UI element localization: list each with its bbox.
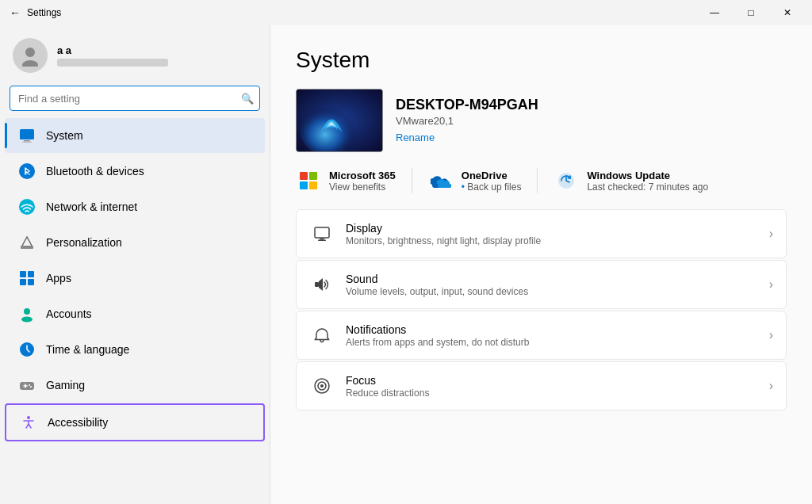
display-text: DisplayMonitors, brightness, night light… (346, 222, 769, 246)
svg-point-17 (30, 386, 32, 388)
quick-link-microsoft365[interactable]: Microsoft 365View benefits (296, 168, 396, 193)
settings-item-focus[interactable]: FocusReduce distractions› (296, 361, 787, 410)
page-title: System (296, 48, 787, 73)
sidebar-item-network[interactable]: Network & internet (5, 189, 265, 224)
svg-rect-10 (20, 279, 26, 285)
avatar (13, 38, 48, 73)
sidebar-item-system[interactable]: System (5, 118, 265, 153)
user-name: a a (57, 44, 168, 56)
settings-list: DisplayMonitors, brightness, night light… (296, 209, 787, 410)
svg-rect-7 (21, 246, 33, 249)
apps-icon (17, 269, 36, 288)
app-body: a a 🔍 SystemBluetooth & devicesNetwork &… (0, 25, 812, 504)
minimize-button[interactable]: — (696, 0, 733, 25)
search-icon: 🔍 (241, 93, 254, 105)
onedrive-subtitle: Back up files (462, 181, 522, 193)
sidebar-label-apps: Apps (46, 272, 71, 284)
sound-icon (309, 272, 335, 297)
svg-rect-24 (318, 240, 326, 242)
notifications-description: Alerts from apps and system, do not dist… (346, 337, 769, 348)
quick-link-separator (537, 168, 538, 193)
system-icon (17, 126, 36, 145)
svg-rect-4 (22, 142, 32, 143)
sidebar-nav: SystemBluetooth & devicesNetwork & inter… (0, 117, 270, 442)
system-info-card: DESKTOP-M94PGAH VMware20,1 Rename (296, 89, 787, 152)
sound-title: Sound (346, 273, 769, 285)
sidebar-label-accessibility: Accessibility (48, 416, 108, 429)
sidebar-item-apps[interactable]: Apps (5, 261, 265, 296)
svg-rect-11 (28, 279, 34, 285)
sidebar-item-personalization[interactable]: Personalization (5, 225, 265, 260)
main-content: System (270, 25, 812, 504)
windowsupdate-text: Windows UpdateLast checked: 7 minutes ag… (587, 170, 708, 193)
svg-rect-3 (24, 140, 30, 142)
settings-item-sound[interactable]: SoundVolume levels, output, input, sound… (296, 260, 787, 309)
sound-chevron-icon: › (769, 277, 773, 292)
close-button[interactable]: ✕ (769, 0, 806, 25)
sidebar-label-network: Network & internet (46, 200, 137, 213)
gaming-icon (17, 376, 36, 395)
search-box: 🔍 (10, 86, 260, 111)
svg-rect-25 (315, 282, 319, 287)
title-bar: ← Settings — □ ✕ (0, 0, 812, 25)
svg-point-5 (19, 163, 35, 179)
network-icon (17, 197, 36, 216)
svg-rect-22 (315, 227, 329, 238)
svg-rect-8 (20, 271, 26, 277)
sidebar-label-personalization: Personalization (46, 236, 122, 249)
display-chevron-icon: › (769, 227, 773, 241)
quick-link-separator (412, 168, 412, 193)
svg-point-1 (22, 60, 38, 67)
sidebar-label-bluetooth: Bluetooth & devices (46, 165, 144, 178)
svg-point-16 (29, 384, 30, 386)
bluetooth-icon (17, 162, 36, 181)
sound-description: Volume levels, output, input, sound devi… (346, 286, 769, 297)
microsoft365-text: Microsoft 365View benefits (329, 170, 396, 193)
windowsupdate-title: Windows Update (587, 170, 708, 181)
focus-text: FocusReduce distractions (346, 374, 769, 399)
notifications-title: Notifications (346, 323, 769, 336)
accessibility-icon (19, 413, 38, 432)
settings-item-notifications[interactable]: NotificationsAlerts from apps and system… (296, 311, 787, 360)
sound-text: SoundVolume levels, output, input, sound… (346, 273, 769, 297)
windowsupdate-subtitle: Last checked: 7 minutes ago (587, 181, 708, 193)
quick-link-onedrive[interactable]: OneDriveBack up files (428, 168, 522, 193)
sidebar-item-gaming[interactable]: Gaming (5, 368, 265, 403)
time-icon (17, 340, 36, 359)
quick-link-windowsupdate[interactable]: Windows UpdateLast checked: 7 minutes ag… (553, 168, 708, 193)
display-description: Monitors, brightness, night light, displ… (346, 235, 769, 246)
sidebar: a a 🔍 SystemBluetooth & devicesNetwork &… (0, 25, 270, 504)
user-email (57, 59, 168, 67)
device-model: VMware20,1 (396, 115, 538, 127)
back-icon[interactable]: ← (10, 6, 21, 19)
focus-icon (309, 373, 335, 399)
settings-item-display[interactable]: DisplayMonitors, brightness, night light… (296, 209, 787, 258)
sidebar-item-bluetooth[interactable]: Bluetooth & devices (5, 154, 265, 189)
notifications-chevron-icon: › (769, 328, 773, 342)
device-thumbnail (296, 89, 383, 152)
search-input[interactable] (10, 86, 260, 111)
sidebar-item-accessibility[interactable]: Accessibility (5, 403, 265, 441)
user-info: a a (57, 44, 168, 67)
microsoft365-icon (296, 168, 321, 193)
device-info: DESKTOP-M94PGAH VMware20,1 Rename (396, 97, 538, 144)
onedrive-icon (428, 168, 454, 193)
notifications-icon (309, 323, 335, 348)
display-icon (309, 221, 335, 246)
sidebar-label-gaming: Gaming (46, 379, 85, 391)
focus-chevron-icon: › (769, 379, 773, 393)
device-name: DESKTOP-M94PGAH (396, 97, 538, 113)
notifications-text: NotificationsAlerts from apps and system… (346, 323, 769, 348)
svg-point-28 (320, 384, 324, 388)
svg-point-13 (21, 317, 33, 323)
display-title: Display (346, 222, 769, 235)
svg-rect-9 (28, 271, 34, 277)
svg-rect-23 (320, 239, 324, 240)
sidebar-item-accounts[interactable]: Accounts (5, 296, 265, 331)
sidebar-item-time[interactable]: Time & language (5, 332, 265, 367)
microsoft365-title: Microsoft 365 (329, 170, 396, 181)
microsoft365-subtitle: View benefits (329, 181, 396, 193)
svg-point-12 (24, 308, 30, 315)
maximize-button[interactable]: □ (733, 0, 769, 25)
rename-link[interactable]: Rename (396, 132, 435, 143)
